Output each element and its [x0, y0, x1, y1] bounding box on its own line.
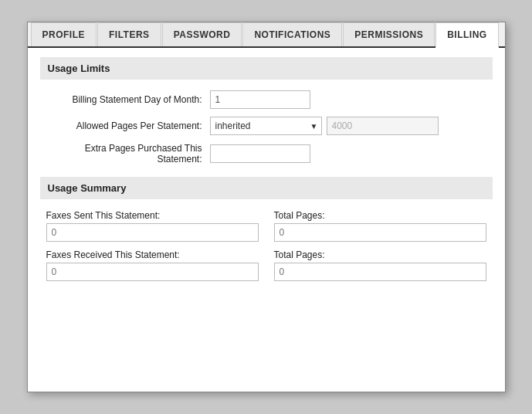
tab-notifications[interactable]: NOTIFICATIONS [242, 22, 342, 46]
usage-summary-section: Usage Summary Faxes Sent This Statement:… [40, 177, 493, 281]
faxes-received-input[interactable] [46, 263, 259, 281]
allowed-pages-input[interactable] [327, 117, 439, 135]
allowed-pages-select-wrapper[interactable]: inherited 1000 2000 4000 8000 ▼ [210, 117, 322, 135]
tab-permissions[interactable]: PERMISSIONS [343, 22, 435, 46]
extra-pages-label: Extra Pages Purchased This Statement: [40, 143, 210, 165]
faxes-received-inputs [46, 263, 486, 281]
faxes-received-labels: Faxes Received This Statement: Total Pag… [46, 249, 486, 263]
faxes-sent-label: Faxes Sent This Statement: [46, 210, 259, 221]
usage-summary-header: Usage Summary [40, 177, 493, 199]
billing-day-input[interactable] [210, 90, 310, 109]
content-area: Usage Limits Billing Statement Day of Mo… [28, 48, 505, 301]
faxes-received-total-label: Total Pages: [274, 249, 486, 260]
extra-pages-input[interactable] [210, 144, 310, 163]
main-window: PROFILE FILTERS PASSWORD NOTIFICATIONS P… [27, 22, 506, 392]
tab-bar: PROFILE FILTERS PASSWORD NOTIFICATIONS P… [28, 22, 505, 48]
tab-password[interactable]: PASSWORD [162, 22, 242, 46]
faxes-sent-labels: Faxes Sent This Statement: Total Pages: [46, 210, 486, 223]
tab-billing[interactable]: BILLING [435, 22, 499, 48]
tab-profile[interactable]: PROFILE [31, 22, 97, 46]
faxes-sent-input[interactable] [46, 223, 259, 242]
faxes-sent-total-input[interactable] [274, 223, 486, 242]
extra-pages-row: Extra Pages Purchased This Statement: [40, 143, 493, 165]
faxes-received-total-input[interactable] [274, 263, 486, 281]
tab-filters[interactable]: FILTERS [97, 22, 161, 46]
allowed-pages-row: Allowed Pages Per Statement: inherited 1… [40, 117, 493, 135]
allowed-pages-label: Allowed Pages Per Statement: [40, 120, 210, 131]
billing-day-label: Billing Statement Day of Month: [40, 94, 210, 105]
allowed-pages-select[interactable]: inherited 1000 2000 4000 8000 [211, 117, 321, 134]
faxes-received-label: Faxes Received This Statement: [46, 249, 259, 260]
faxes-sent-total-label: Total Pages: [274, 210, 486, 221]
usage-limits-header: Usage Limits [40, 57, 493, 80]
billing-day-row: Billing Statement Day of Month: [40, 90, 493, 109]
faxes-sent-inputs [46, 223, 486, 242]
